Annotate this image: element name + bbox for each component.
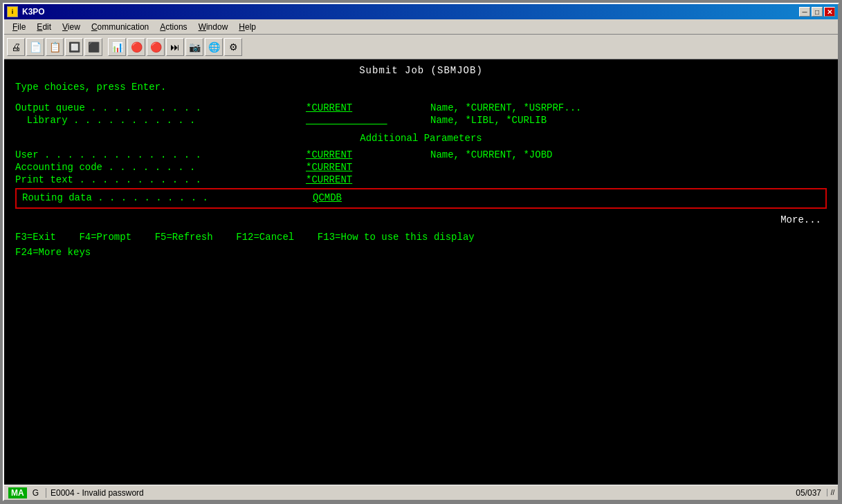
additional-title: Additional Parameters xyxy=(15,133,827,144)
toolbar-btn-1[interactable]: 🖨 xyxy=(7,38,25,56)
toolbar-btn-9[interactable]: ⏭ xyxy=(166,38,184,56)
toolbar-btn-7[interactable]: 🔴 xyxy=(127,38,145,56)
library-hint: Name, *LIBL, *CURLIB xyxy=(430,115,547,126)
more-text: More... xyxy=(15,214,827,225)
toolbar-btn-3[interactable]: 📋 xyxy=(46,38,64,56)
accounting-row: Accounting code . . . . . . . . *CURRENT xyxy=(15,162,827,173)
toolbar-btn-8[interactable]: 🔴 xyxy=(147,38,165,56)
toolbar-btn-2[interactable]: 📄 xyxy=(26,38,44,56)
app-icon: i xyxy=(7,6,18,17)
menu-communication[interactable]: Communication xyxy=(86,21,154,33)
status-error: E0004 - Invalid password xyxy=(46,488,790,498)
menu-window[interactable]: Window xyxy=(193,21,234,33)
status-bar: MA G E0004 - Invalid password 05/037 // xyxy=(4,485,838,500)
menu-file[interactable]: File xyxy=(7,21,31,33)
title-bar: i K3PO ─ □ ✕ xyxy=(4,4,838,19)
terminal-title: Submit Job (SBMJOB) xyxy=(15,65,827,76)
type-prompt: Type choices, press Enter. xyxy=(15,82,827,93)
print-text-row: Print text . . . . . . . . . . . *CURREN… xyxy=(15,174,827,185)
toolbar-btn-12[interactable]: ⚙ xyxy=(224,38,242,56)
user-hint: Name, *CURRENT, *JOBD xyxy=(430,149,552,160)
print-text-label: Print text . . . . . . . . . . . xyxy=(15,174,306,185)
menu-view[interactable]: View xyxy=(57,21,86,33)
terminal-area: Submit Job (SBMJOB) Type choices, press … xyxy=(4,59,838,485)
routing-row: Routing data . . . . . . . . . . QCMDB xyxy=(22,192,820,203)
close-button[interactable]: ✕ xyxy=(824,7,835,17)
print-text-value[interactable]: *CURRENT xyxy=(306,174,417,185)
status-g: G xyxy=(30,487,42,498)
toolbar-btn-5[interactable]: ⬛ xyxy=(84,38,102,56)
title-bar-left: i K3PO xyxy=(7,6,45,17)
toolbar: 🖨 📄 📋 🔲 ⬛ 📊 🔴 🔴 ⏭ 📷 🌐 ⚙ xyxy=(4,35,838,59)
fkey-row-1: F3=Exit F4=Prompt F5=Refresh F12=Cancel … xyxy=(15,230,827,245)
accounting-label: Accounting code . . . . . . . . xyxy=(15,162,306,173)
status-ma: MA xyxy=(8,487,27,498)
menu-bar: File Edit View Communication Actions Win… xyxy=(4,19,838,35)
main-window: i K3PO ─ □ ✕ File Edit View Communicatio… xyxy=(3,3,839,501)
user-label: User . . . . . . . . . . . . . . xyxy=(15,149,306,160)
fkey-row-2: F24=More keys xyxy=(15,245,827,260)
menu-help[interactable]: Help xyxy=(233,21,262,33)
status-left: MA G xyxy=(4,487,46,498)
window-title: K3PO xyxy=(22,7,45,17)
routing-data-box: Routing data . . . . . . . . . . QCMDB xyxy=(15,188,827,209)
scrollbar[interactable]: // xyxy=(827,489,838,496)
title-buttons: ─ □ ✕ xyxy=(799,7,835,17)
minimize-button[interactable]: ─ xyxy=(799,7,810,17)
accounting-value[interactable]: *CURRENT xyxy=(306,162,417,173)
maximize-button[interactable]: □ xyxy=(812,7,823,17)
output-queue-value[interactable]: *CURRENT xyxy=(306,102,417,113)
library-value[interactable] xyxy=(306,115,417,126)
toolbar-btn-4[interactable]: 🔲 xyxy=(65,38,83,56)
output-queue-row: Output queue . . . . . . . . . . *CURREN… xyxy=(15,102,827,113)
output-queue-label: Output queue . . . . . . . . . . xyxy=(15,102,306,113)
library-label: Library . . . . . . . . . . . xyxy=(15,115,306,126)
routing-value[interactable]: QCMDB xyxy=(313,192,423,203)
user-value[interactable]: *CURRENT xyxy=(306,149,417,160)
routing-label: Routing data . . . . . . . . . . xyxy=(22,192,313,203)
toolbar-btn-10[interactable]: 📷 xyxy=(185,38,203,56)
user-row: User . . . . . . . . . . . . . . *CURREN… xyxy=(15,149,827,160)
library-row: Library . . . . . . . . . . . Name, *LIB… xyxy=(15,115,827,126)
menu-actions[interactable]: Actions xyxy=(154,21,192,33)
status-position: 05/037 xyxy=(790,488,827,498)
toolbar-btn-6[interactable]: 📊 xyxy=(108,38,126,56)
toolbar-btn-11[interactable]: 🌐 xyxy=(205,38,223,56)
menu-edit[interactable]: Edit xyxy=(31,21,57,33)
output-queue-hint: Name, *CURRENT, *USRPRF... xyxy=(430,102,581,113)
function-keys: F3=Exit F4=Prompt F5=Refresh F12=Cancel … xyxy=(15,230,827,261)
